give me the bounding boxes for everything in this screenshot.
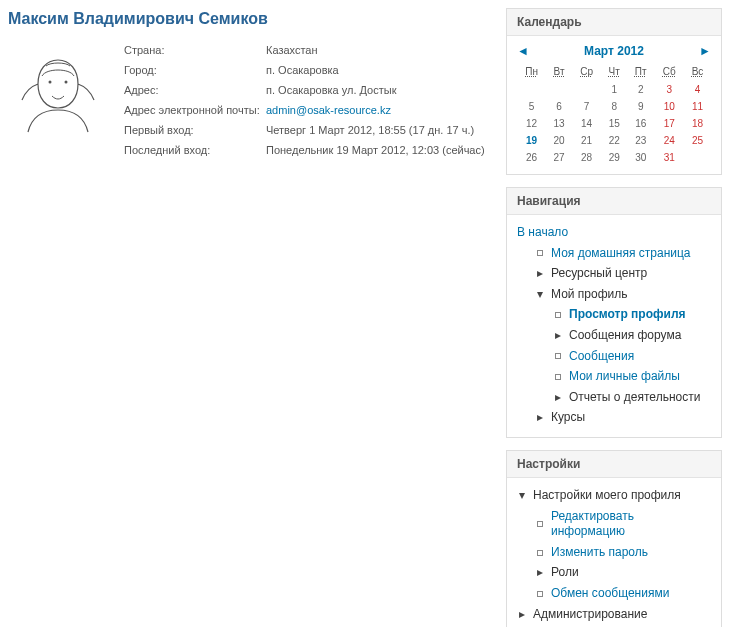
chevron-right-icon[interactable]: ▸ <box>517 607 527 623</box>
chevron-right-icon[interactable]: ▸ <box>535 565 545 581</box>
calendar-cell[interactable]: 3 <box>654 81 684 98</box>
calendar-day[interactable]: 23 <box>627 135 654 146</box>
calendar-cell[interactable]: 17 <box>654 115 684 132</box>
calendar-day[interactable]: 28 <box>572 152 601 163</box>
calendar-cell[interactable]: 26 <box>517 149 546 166</box>
nav-forum-posts[interactable]: Сообщения форума <box>569 328 681 344</box>
calendar-cell[interactable]: 15 <box>601 115 627 132</box>
calendar-cell[interactable]: 10 <box>654 98 684 115</box>
calendar-day[interactable]: 22 <box>601 135 627 146</box>
calendar-cell[interactable]: 28 <box>572 149 601 166</box>
calendar-day[interactable]: 17 <box>654 118 684 129</box>
calendar-cell[interactable]: 7 <box>572 98 601 115</box>
calendar-day[interactable]: 16 <box>627 118 654 129</box>
calendar-day[interactable]: 3 <box>654 84 684 95</box>
nav-my-profile[interactable]: Мой профиль <box>551 287 628 303</box>
calendar-cell[interactable]: 2 <box>627 81 654 98</box>
calendar-cell[interactable]: 12 <box>517 115 546 132</box>
settings-change-password[interactable]: Изменить пароль <box>551 545 648 561</box>
bullet-icon <box>553 312 563 318</box>
calendar-day[interactable]: 19 <box>517 135 546 146</box>
field-label: Город: <box>124 62 266 82</box>
calendar-cell[interactable]: 27 <box>546 149 572 166</box>
email-link[interactable]: admin@osak-resource.kz <box>266 104 391 116</box>
calendar-cell[interactable]: 16 <box>627 115 654 132</box>
calendar-month[interactable]: Март 2012 <box>529 44 699 58</box>
calendar-day[interactable]: 7 <box>572 101 601 112</box>
calendar-day[interactable]: 12 <box>517 118 546 129</box>
chevron-down-icon[interactable]: ▾ <box>535 287 545 303</box>
calendar-cell[interactable]: 18 <box>684 115 711 132</box>
block-header: Навигация <box>507 188 721 215</box>
nav-activity-reports[interactable]: Отчеты о деятельности <box>569 390 700 406</box>
bullet-icon <box>535 250 545 256</box>
calendar-dow: Пт <box>627 64 654 81</box>
calendar-cell[interactable]: 31 <box>654 149 684 166</box>
calendar-day[interactable]: 5 <box>517 101 546 112</box>
calendar-cell[interactable]: 30 <box>627 149 654 166</box>
calendar-day[interactable]: 10 <box>654 101 684 112</box>
calendar-cell[interactable]: 25 <box>684 132 711 149</box>
calendar-day[interactable]: 4 <box>684 84 711 95</box>
settings-administration[interactable]: Администрирование <box>533 607 647 623</box>
calendar-cell[interactable]: 8 <box>601 98 627 115</box>
calendar-cell[interactable]: 22 <box>601 132 627 149</box>
calendar-cell[interactable]: 9 <box>627 98 654 115</box>
calendar-day[interactable]: 13 <box>546 118 572 129</box>
calendar-day[interactable]: 24 <box>654 135 684 146</box>
calendar-day[interactable]: 11 <box>684 101 711 112</box>
settings-edit-info[interactable]: Редактировать информацию <box>551 509 711 540</box>
calendar-day[interactable]: 18 <box>684 118 711 129</box>
nav-messages[interactable]: Сообщения <box>569 349 634 365</box>
block-header: Календарь <box>507 9 721 36</box>
chevron-down-icon[interactable]: ▾ <box>517 488 527 504</box>
calendar-cell[interactable]: 1 <box>601 81 627 98</box>
settings-messaging[interactable]: Обмен сообщениями <box>551 586 669 602</box>
calendar-cell[interactable]: 29 <box>601 149 627 166</box>
calendar-day[interactable]: 26 <box>517 152 546 163</box>
calendar-cell[interactable]: 23 <box>627 132 654 149</box>
calendar-cell[interactable]: 19 <box>517 132 546 149</box>
calendar-day[interactable]: 9 <box>627 101 654 112</box>
calendar-day[interactable]: 6 <box>546 101 572 112</box>
calendar-prev-icon[interactable]: ◄ <box>517 44 529 58</box>
calendar-day[interactable]: 20 <box>546 135 572 146</box>
calendar-dow: Чт <box>601 64 627 81</box>
calendar-cell[interactable]: 20 <box>546 132 572 149</box>
calendar-next-icon[interactable]: ► <box>699 44 711 58</box>
bullet-icon <box>535 550 545 556</box>
chevron-right-icon[interactable]: ▸ <box>535 410 545 426</box>
page-title: Максим Владимирович Семиков <box>8 10 498 28</box>
calendar-day[interactable]: 2 <box>627 84 654 95</box>
calendar-day[interactable]: 25 <box>684 135 711 146</box>
calendar-day[interactable]: 31 <box>654 152 684 163</box>
calendar-day[interactable]: 21 <box>572 135 601 146</box>
nav-my-files[interactable]: Мои личные файлы <box>569 369 680 385</box>
chevron-right-icon[interactable]: ▸ <box>553 390 563 406</box>
nav-resource-center[interactable]: Ресурсный центр <box>551 266 647 282</box>
calendar-cell[interactable]: 24 <box>654 132 684 149</box>
calendar-cell[interactable]: 21 <box>572 132 601 149</box>
nav-view-profile[interactable]: Просмотр профиля <box>569 307 686 323</box>
calendar-day[interactable]: 27 <box>546 152 572 163</box>
calendar-day[interactable]: 8 <box>601 101 627 112</box>
settings-roles[interactable]: Роли <box>551 565 579 581</box>
calendar-day[interactable]: 29 <box>601 152 627 163</box>
block-header: Настройки <box>507 451 721 478</box>
nav-myhome[interactable]: Моя домашняя страница <box>551 246 691 262</box>
calendar-cell[interactable]: 5 <box>517 98 546 115</box>
nav-home[interactable]: В начало <box>517 225 568 241</box>
calendar-cell[interactable]: 6 <box>546 98 572 115</box>
chevron-right-icon[interactable]: ▸ <box>553 328 563 344</box>
calendar-cell[interactable]: 4 <box>684 81 711 98</box>
calendar-day[interactable]: 14 <box>572 118 601 129</box>
calendar-cell[interactable]: 11 <box>684 98 711 115</box>
calendar-cell[interactable]: 13 <box>546 115 572 132</box>
calendar-day[interactable]: 1 <box>601 84 627 95</box>
settings-my-profile[interactable]: Настройки моего профиля <box>533 488 681 504</box>
chevron-right-icon[interactable]: ▸ <box>535 266 545 282</box>
calendar-cell[interactable]: 14 <box>572 115 601 132</box>
calendar-day[interactable]: 30 <box>627 152 654 163</box>
calendar-day[interactable]: 15 <box>601 118 627 129</box>
nav-courses[interactable]: Курсы <box>551 410 585 426</box>
